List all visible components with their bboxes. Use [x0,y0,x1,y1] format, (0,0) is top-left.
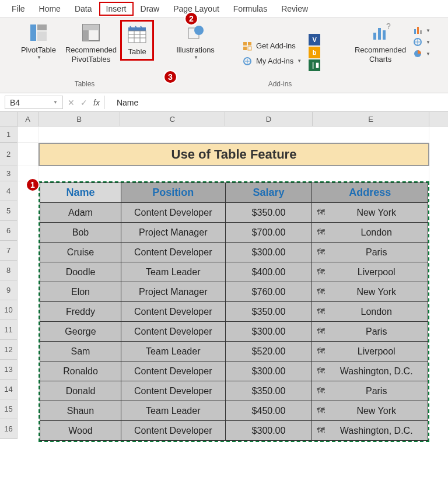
cell-address[interactable]: 🗺Liverpool [312,262,428,282]
table-row[interactable]: DonaldContent Developer$350.00🗺Paris [40,381,428,401]
row-header-4[interactable]: 4 [0,181,18,201]
cell-position[interactable]: Content Developer [121,302,225,322]
row-header-1[interactable]: 1 [0,127,18,143]
table-row[interactable]: GeorgeContent Developer$300.00🗺Paris [40,322,428,342]
tab-home[interactable]: Home [32,2,68,16]
tab-review[interactable]: Review [274,2,315,16]
row-header-12[interactable]: 12 [0,340,18,360]
recommended-pivottables-button[interactable]: Recommended PivotTables [62,20,120,66]
table-header-address[interactable]: Address [312,183,428,203]
chart-type-maps-button[interactable]: ▼ [413,37,430,47]
col-header-d[interactable]: D [225,112,313,126]
recommended-charts-button[interactable]: ? Recommended Charts [351,20,410,66]
table-row[interactable]: RonaldoContent Developer$300.00🗺Washingt… [40,361,428,381]
table-header-salary[interactable]: Salary [225,183,312,203]
cell-position[interactable]: Project Manager [121,282,225,302]
cell-salary[interactable]: $700.00 [225,223,312,243]
cell-name[interactable]: Shaun [40,401,121,421]
row-header-7[interactable]: 7 [0,241,18,261]
row-header-16[interactable]: 16 [0,419,18,439]
name-box[interactable]: B4 ▼ [5,96,63,109]
bing-icon[interactable]: b [309,47,320,58]
row-header-2[interactable]: 2 [0,143,18,166]
tab-file[interactable]: File [5,2,32,16]
tab-insert[interactable]: Insert [99,2,134,16]
tab-data[interactable]: Data [68,2,99,16]
formula-bar[interactable]: Name [110,96,443,109]
row-header-11[interactable]: 11 [0,320,18,340]
table-row[interactable]: FreddyContent Developer$350.00🗺London [40,302,428,322]
people-graph-icon[interactable]: ❘▮ [309,59,320,71]
row-header-14[interactable]: 14 [0,380,18,399]
cell-address[interactable]: 🗺Liverpool [312,342,428,361]
cell-position[interactable]: Content Developer [121,203,225,223]
cell-salary[interactable]: $450.00 [225,401,312,421]
table-row[interactable]: DoodleTeam Leader$400.00🗺Liverpool [40,262,428,282]
col-header-a[interactable]: A [18,112,38,126]
sheet-title[interactable]: Use of Table Feature [38,143,429,166]
row-header-10[interactable]: 10 [0,300,18,320]
grid-body[interactable]: Use of Table Feature NamePositionSalaryA… [18,127,429,439]
table-header-position[interactable]: Position [121,183,225,203]
cell-salary[interactable]: $520.00 [225,342,312,361]
tab-formulas[interactable]: Formulas [226,2,274,16]
cell-name[interactable]: Doodle [40,262,121,282]
cell-name[interactable]: Donald [40,381,121,401]
cell-salary[interactable]: $400.00 [225,262,312,282]
table-button[interactable]: Table [120,20,154,61]
cell-address[interactable]: 🗺New York [312,203,428,223]
enter-button[interactable]: ✓ [80,98,88,107]
col-header-b[interactable]: B [38,112,120,126]
cell-position[interactable]: Content Developer [121,243,225,262]
cell-salary[interactable]: $300.00 [225,322,312,342]
cell-position[interactable]: Team Leader [121,262,225,282]
cancel-button[interactable]: ✕ [68,98,75,107]
cell-position[interactable]: Project Manager [121,223,225,243]
cell-salary[interactable]: $300.00 [225,361,312,381]
chart-type-column-button[interactable]: ▼ [413,26,430,35]
get-addins-button[interactable]: Get Add-ins [240,40,304,52]
cell-name[interactable]: Adam [40,203,121,223]
illustrations-button[interactable]: Illustrations ▼ [172,20,219,62]
table-selection[interactable]: NamePositionSalaryAddressAdamContent Dev… [38,181,429,442]
col-header-e[interactable]: E [313,112,429,126]
cell-address[interactable]: 🗺Paris [312,381,428,401]
cell-name[interactable]: Freddy [40,302,121,322]
tab-draw[interactable]: Draw [134,2,167,16]
my-addins-button[interactable]: My Add-ins ▼ [240,55,304,67]
table-row[interactable]: SamTeam Leader$520.00🗺Liverpool [40,342,428,361]
cell-name[interactable]: Elon [40,282,121,302]
chart-type-pie-button[interactable]: ▼ [413,49,430,58]
cell-salary[interactable]: $350.00 [225,381,312,401]
visio-icon[interactable]: V [309,34,320,45]
row-header-15[interactable]: 15 [0,399,18,419]
cell-position[interactable]: Content Developer [121,361,225,381]
cell-address[interactable]: 🗺Washington, D.C. [312,421,428,441]
cell-salary[interactable]: $300.00 [225,421,312,441]
cell-address[interactable]: 🗺Paris [312,322,428,342]
cell-name[interactable]: Wood [40,421,121,441]
table-row[interactable]: ShaunTeam Leader$450.00🗺New York [40,401,428,421]
row-header-5[interactable]: 5 [0,201,18,221]
cell-position[interactable]: Content Developer [121,381,225,401]
cell-name[interactable]: George [40,322,121,342]
row-header-8[interactable]: 8 [0,261,18,280]
select-all-corner[interactable] [0,112,18,126]
cell-salary[interactable]: $350.00 [225,302,312,322]
cell-salary[interactable]: $760.00 [225,282,312,302]
cell-position[interactable]: Team Leader [121,401,225,421]
col-header-c[interactable]: C [120,112,225,126]
cell-salary[interactable]: $300.00 [225,243,312,262]
row-header-3[interactable]: 3 [0,166,18,181]
cell-address[interactable]: 🗺New York [312,401,428,421]
cell-name[interactable]: Bob [40,223,121,243]
cell-address[interactable]: 🗺New York [312,282,428,302]
table-row[interactable]: ElonProject Manager$760.00🗺New York [40,282,428,302]
cell-address[interactable]: 🗺London [312,223,428,243]
cell-position[interactable]: Content Developer [121,322,225,342]
cell-position[interactable]: Content Developer [121,421,225,441]
row-header-9[interactable]: 9 [0,280,18,300]
pivottable-button[interactable]: PivotTable ▼ [15,20,62,62]
cell-address[interactable]: 🗺London [312,302,428,322]
table-row[interactable]: WoodContent Developer$300.00🗺Washington,… [40,421,428,441]
